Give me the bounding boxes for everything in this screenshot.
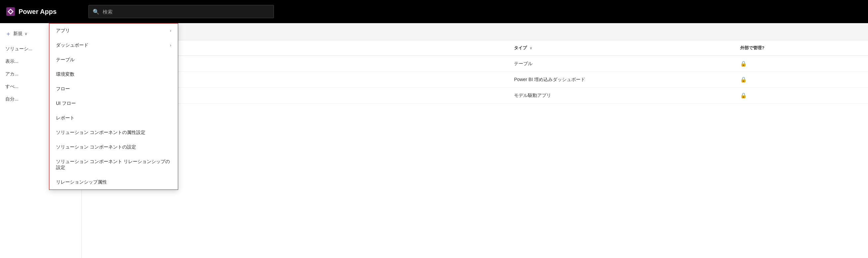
dropdown-item-report[interactable]: レポート [49,111,178,125]
dropdown-item-flow[interactable]: フロー [49,82,178,96]
arrow-right-icon: › [170,43,171,48]
search-bar[interactable]: 🔍 [88,5,274,18]
col-header-type[interactable]: タイプ ∨ [509,40,735,56]
search-icon: 🔍 [93,9,99,15]
table-row: … アカウント テーブル 🔒 [90,56,868,72]
dropdown-item-attr-settings[interactable]: ソリューション コンポーネントの属性設定 [49,125,178,140]
dropdown-item-component-settings[interactable]: ソリューション コンポーネントの設定 [49,140,178,154]
lock-icon: 🔒 [740,61,747,67]
main-layout: ＋ 新規 ∨ ソリューシ... 表示... アカ... すべ... 自分... [0,23,868,258]
search-container: 🔍 [82,5,868,18]
row-managed: 🔒 [735,56,868,72]
search-input[interactable] [103,9,270,14]
col-header-managed: 外部で管理? [735,40,868,56]
table-row: … すべてのアカウントの収益 Power BI 埋め込みダッシュボード 🔒 [90,72,868,88]
row-type: Power BI 埋め込みダッシュボード [509,72,735,88]
dropdown-menu: アプリ › ダッシュボード › テーブル 環境変数 フロー UI フロー レポー… [49,23,178,190]
dropdown-item-relationship-attr[interactable]: リレーションシップ属性 [49,175,178,189]
power-apps-icon [6,7,15,16]
table-row: … crfb6_Myapp モデル駆動アプリ 🔒 [90,88,868,104]
brand-label: Power Apps [19,8,57,15]
data-table: 名前 タイプ ∨ 外部で管理? … [90,40,868,104]
row-type: テーブル [509,56,735,72]
row-managed: 🔒 [735,72,868,88]
row-type: モデル駆動アプリ [509,88,735,104]
table-container: 名前 タイプ ∨ 外部で管理? … [82,40,868,258]
content-topbar: べてのカスタマイズを公開 … [82,23,868,40]
dropdown-overlay: アプリ › ダッシュボード › テーブル 環境変数 フロー UI フロー レポー… [49,23,178,190]
brand-title: Power Apps [0,7,82,16]
new-button-label: 新規 [13,31,23,37]
sort-icon: ∨ [530,46,532,50]
lock-icon: 🔒 [740,77,747,82]
lock-icon: 🔒 [740,93,747,98]
row-managed: 🔒 [735,88,868,104]
dropdown-item-table[interactable]: テーブル [49,52,178,67]
dropdown-item-dashboard[interactable]: ダッシュボード › [49,38,178,52]
arrow-right-icon: › [170,29,171,33]
app-header: Power Apps 🔍 [0,0,868,23]
content-area: べてのカスタマイズを公開 … 名前 タイプ ∨ [82,23,868,258]
dropdown-item-ui-flow[interactable]: UI フロー [49,96,178,111]
dropdown-item-apps[interactable]: アプリ › [49,24,178,38]
plus-icon: ＋ [5,30,11,38]
chevron-down-icon: ∨ [25,31,28,36]
dropdown-item-env-vars[interactable]: 環境変数 [49,67,178,82]
dropdown-item-relationship-settings[interactable]: ソリューション コンポーネント リレーションシップの設定 [49,154,178,175]
